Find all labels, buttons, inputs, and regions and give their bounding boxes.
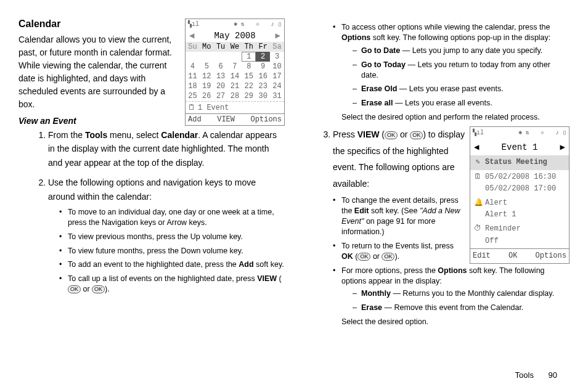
list-item: Go to Date — Lets you jump to any date y… <box>353 46 570 56</box>
next-month-icon: ▶ <box>276 30 280 41</box>
note-icon: 🗒 <box>188 103 195 112</box>
status-bar: ▚ıl ✱ ⇅ ⟐ ♪ ▯ <box>186 19 284 29</box>
calendar-title: May 2008 <box>214 31 255 41</box>
phone-mock-calendar: ▚ıl ✱ ⇅ ⟐ ♪ ▯ ◀ May 2008 ▶ Su Mo Tu We T… <box>185 18 285 126</box>
prev-month-icon: ◀ <box>189 30 194 41</box>
list-item: To call up a list of events on the highl… <box>59 274 285 295</box>
steps-list-cont: ▚ıl ✱ ⇅ ⟐ ♪ ▯ ◀ Event 1 ▶ ✎ Status Meeti… <box>303 126 570 331</box>
step-1: From the Tools menu, select Calendar. A … <box>48 128 285 169</box>
softkey-center: VIEW <box>217 115 235 124</box>
select-option-text: Select the desired option and perform th… <box>341 112 570 123</box>
event-subject: Status Meeting <box>485 157 547 168</box>
list-item: Erase Old — Lets you erase past events. <box>353 84 570 94</box>
event-count: 1 Event <box>198 104 229 112</box>
list-item: To change the event details, press the E… <box>333 195 570 237</box>
ok-icon: OK <box>92 285 105 293</box>
select-option-text: Select the desired option. <box>341 317 570 327</box>
list-item: For more options, press the Options soft… <box>333 266 570 327</box>
list-item: Erase all — Lets you erase all events. <box>353 98 570 108</box>
ok-icon: OK <box>385 131 398 139</box>
calendar-grid: Su Mo Tu We Th Fr Sa 123 45678910 111213… <box>186 42 284 101</box>
list-item: To view previous months, press the Up vo… <box>59 232 285 242</box>
status-bar: ▚ıl ✱ ⇅ ⟐ ♪ ▯ <box>470 127 569 139</box>
ok-icon: OK <box>68 285 81 293</box>
softkey-left: Add <box>188 115 202 124</box>
list-item: Erase — Remove this event from the Calen… <box>353 303 570 313</box>
list-item: Go to Today — Lets you return to today f… <box>353 60 570 81</box>
signal-icon: ▚ıl <box>188 20 199 28</box>
page-footer: Tools 90 <box>515 370 557 380</box>
softkey-right: Options <box>251 115 282 124</box>
calendar-icon: 🗓 <box>474 171 481 183</box>
status-icons: ✱ ⇅ ⟐ ♪ ▯ <box>234 20 282 28</box>
steps-list: From the Tools menu, select Calendar. A … <box>18 128 285 295</box>
edit-icon: ✎ <box>474 157 481 168</box>
prev-event-icon: ◀ <box>474 141 479 154</box>
event-start: 05/02/2008 16:30 <box>485 173 556 181</box>
list-item: Monthly — Returns you to the Monthly cal… <box>353 288 570 299</box>
footer-section: Tools <box>515 370 534 380</box>
list-item: To access other options while viewing th… <box>333 22 570 123</box>
list-item: To move to an individual day, one day or… <box>59 207 285 228</box>
step-2: Use the following options and navigation… <box>48 176 285 295</box>
step-3: ▚ıl ✱ ⇅ ⟐ ♪ ▯ ◀ Event 1 ▶ ✎ Status Meeti… <box>333 126 570 331</box>
ok-icon: OK <box>410 131 423 139</box>
list-item: To return to the Events list, press OK (… <box>333 241 570 262</box>
signal-icon: ▚ıl <box>473 128 484 138</box>
list-item: To add an event to the highlighted date,… <box>59 259 285 270</box>
ok-icon: OK <box>382 253 394 261</box>
event-title: Event 1 <box>502 141 538 154</box>
footer-page-number: 90 <box>549 370 557 380</box>
list-item: To view future months, press the Down vo… <box>59 246 285 256</box>
event-end: 05/02/2008 17:00 <box>485 184 556 193</box>
next-event-icon: ▶ <box>560 141 565 154</box>
status-icons: ✱ ⇅ ⟐ ♪ ▯ <box>518 128 566 138</box>
ok-icon: OK <box>357 253 370 261</box>
